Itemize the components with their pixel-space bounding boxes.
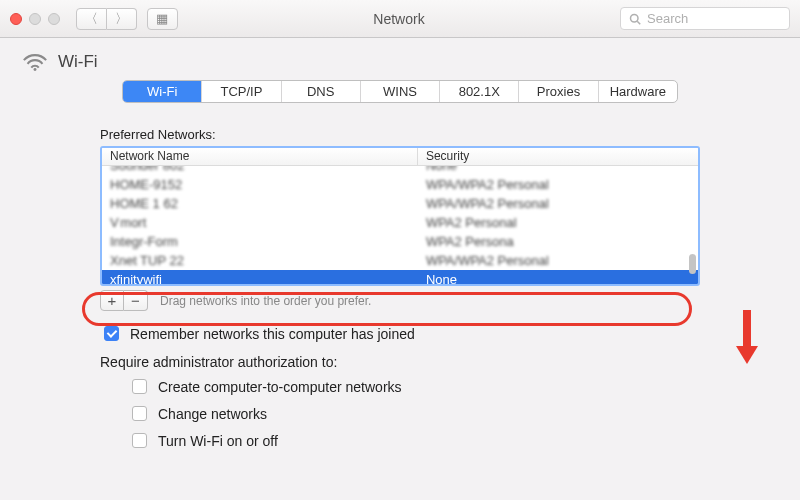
table-row[interactable]: HOME 1 62WPA/WPA2 Personal: [102, 194, 698, 213]
titlebar: 〈 〉 ▦ Network Search: [0, 0, 800, 38]
section-header: Wi-Fi: [0, 38, 800, 80]
table-row[interactable]: V mortWPA2 Personal: [102, 213, 698, 232]
zoom-window-button[interactable]: [48, 13, 60, 25]
window-controls: [10, 13, 60, 25]
forward-button[interactable]: 〉: [107, 8, 137, 30]
minimize-window-button[interactable]: [29, 13, 41, 25]
tab-8021x[interactable]: 802.1X: [440, 81, 519, 102]
table-row[interactable]: HOME-9152WPA/WPA2 Personal: [102, 175, 698, 194]
tab-wins[interactable]: WINS: [361, 81, 440, 102]
svg-point-2: [34, 68, 37, 71]
require-opt-row: Create computer-to-computer networks: [128, 376, 700, 397]
remember-row: Remember networks this computer has join…: [100, 323, 700, 344]
svg-line-1: [637, 21, 640, 24]
column-network-name[interactable]: Network Name: [102, 148, 418, 165]
require-opt-row: Change networks: [128, 403, 700, 424]
scrollbar-thumb[interactable]: [689, 254, 696, 274]
table-body: Sounder 802None HOME-9152WPA/WPA2 Person…: [102, 166, 698, 286]
require-wifi-toggle-checkbox[interactable]: [132, 433, 147, 448]
minus-icon: −: [131, 292, 140, 309]
search-icon: [629, 13, 641, 25]
chevron-right-icon: 〉: [115, 10, 128, 28]
drag-hint: Drag networks into the order you prefer.: [160, 294, 371, 308]
preferred-networks-table[interactable]: Network Name Security Sounder 802None HO…: [100, 146, 700, 286]
require-opt-row: Turn Wi-Fi on or off: [128, 430, 700, 451]
tab-proxies[interactable]: Proxies: [519, 81, 598, 102]
require-opt-label: Turn Wi-Fi on or off: [158, 433, 278, 449]
show-all-button[interactable]: ▦: [147, 8, 178, 30]
remember-networks-checkbox[interactable]: [104, 326, 119, 341]
section-title: Wi-Fi: [58, 52, 98, 72]
tab-bar: Wi-Fi TCP/IP DNS WINS 802.1X Proxies Har…: [122, 80, 678, 103]
column-security[interactable]: Security: [418, 148, 698, 165]
remember-networks-label: Remember networks this computer has join…: [130, 326, 415, 342]
nav-buttons: 〈 〉: [76, 8, 137, 30]
require-create-c2c-checkbox[interactable]: [132, 379, 147, 394]
wifi-icon: [22, 52, 48, 72]
window-title: Network: [188, 11, 610, 27]
table-row[interactable]: Xnet TUP 22WPA/WPA2 Personal: [102, 251, 698, 270]
preferred-networks-label: Preferred Networks:: [100, 127, 700, 142]
tab-tcpip[interactable]: TCP/IP: [202, 81, 281, 102]
search-placeholder: Search: [647, 11, 688, 26]
require-auth-label: Require administrator authorization to:: [100, 354, 700, 370]
table-row[interactable]: Sounder 802None: [102, 166, 698, 175]
tab-wifi[interactable]: Wi-Fi: [123, 81, 202, 102]
require-opt-label: Change networks: [158, 406, 267, 422]
tab-hardware[interactable]: Hardware: [599, 81, 677, 102]
table-header: Network Name Security: [102, 148, 698, 166]
remove-network-button[interactable]: −: [124, 290, 148, 311]
table-row[interactable]: Integr-FormWPA2 Persona: [102, 232, 698, 251]
require-change-networks-checkbox[interactable]: [132, 406, 147, 421]
back-button[interactable]: 〈: [76, 8, 107, 30]
plus-icon: +: [108, 292, 117, 309]
require-opt-label: Create computer-to-computer networks: [158, 379, 402, 395]
tab-dns[interactable]: DNS: [282, 81, 361, 102]
grid-icon: ▦: [156, 11, 169, 26]
add-network-button[interactable]: +: [100, 290, 124, 311]
close-window-button[interactable]: [10, 13, 22, 25]
search-input[interactable]: Search: [620, 7, 790, 30]
svg-point-0: [631, 14, 639, 22]
chevron-left-icon: 〈: [85, 10, 98, 28]
table-row-selected[interactable]: xfinitywifiNone: [102, 270, 698, 286]
